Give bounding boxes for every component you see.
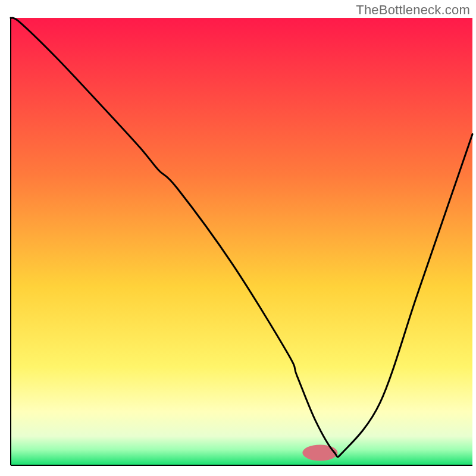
optimal-marker <box>302 444 337 461</box>
gradient-background <box>11 18 472 465</box>
attribution-text: TheBottleneck.com <box>356 2 470 18</box>
chart-container: TheBottleneck.com <box>0 0 476 476</box>
bottleneck-chart <box>0 0 476 476</box>
